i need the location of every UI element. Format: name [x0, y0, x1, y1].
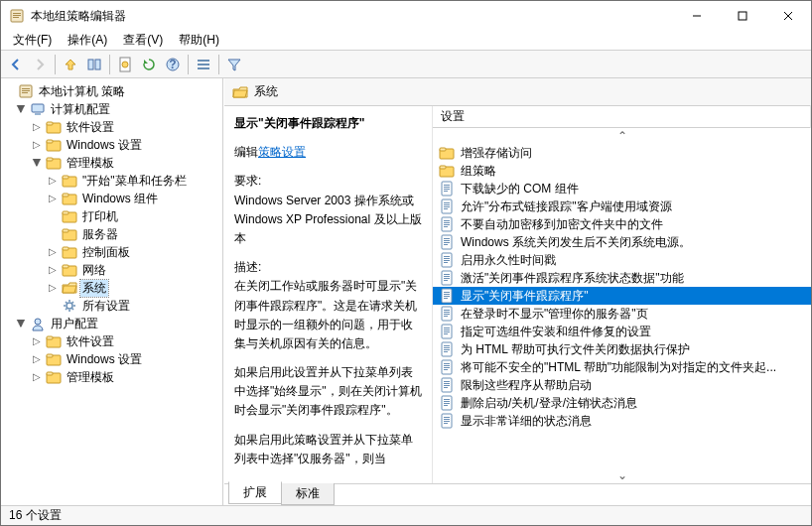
collapse-icon[interactable]: ⯆ [15, 319, 27, 329]
policy-icon [439, 216, 455, 232]
list-item-label: Windows 系统关闭发生后不关闭系统电源。 [461, 234, 691, 251]
list-item[interactable]: 启用永久性时间戳 [433, 251, 811, 269]
tree-c-admin-server[interactable]: 服务器 [3, 225, 220, 243]
collapse-icon[interactable]: ⯆ [15, 104, 27, 114]
column-settings[interactable]: 设置 [433, 105, 811, 128]
list-item[interactable]: 显示"关闭事件跟踪程序" [433, 287, 811, 305]
expand-icon[interactable]: ▷ [47, 176, 59, 186]
folder-icon [46, 119, 62, 135]
tree-c-admin-cp[interactable]: ▷控制面板 [3, 243, 220, 261]
maximize-button[interactable] [720, 1, 765, 31]
policy-icon [439, 341, 455, 357]
forward-button[interactable] [29, 54, 51, 75]
tree-c-admin-printer[interactable]: 打印机 [3, 207, 220, 225]
expand-icon[interactable]: ▷ [31, 122, 43, 132]
folder-icon [62, 226, 77, 242]
content-title: 系统 [254, 83, 278, 100]
tree-c-windows[interactable]: ▷Windows 设置 [3, 136, 220, 154]
tree-c-admin-network[interactable]: ▷网络 [3, 261, 220, 279]
properties-button[interactable] [114, 54, 136, 75]
scroll-up-icon[interactable]: ⌃ [433, 128, 811, 144]
tree-c-admin-all[interactable]: 所有设置 [3, 297, 220, 315]
tree-c-admin[interactable]: ⯆管理模板 [3, 154, 220, 172]
expand-icon[interactable]: ▷ [47, 247, 59, 257]
view-list-button[interactable] [193, 54, 214, 75]
tree-u-windows[interactable]: ▷Windows 设置 [3, 350, 220, 368]
settings-list-pane: 设置 ⌃ 增强存储访问组策略下载缺少的 COM 组件允许"分布式链接跟踪"客户端… [433, 106, 811, 483]
menubar: 文件(F) 操作(A) 查看(V) 帮助(H) [1, 31, 811, 51]
list-item[interactable]: 下载缺少的 COM 组件 [433, 180, 811, 197]
list-item[interactable]: 指定可选组件安装和组件修复的设置 [433, 323, 811, 340]
list-item[interactable]: 不要自动加密移到加密文件夹中的文件 [433, 215, 811, 233]
tree-c-admin-system[interactable]: ▷系统 [3, 279, 220, 297]
expand-icon[interactable]: ▷ [31, 336, 43, 346]
menu-view[interactable]: 查看(V) [115, 30, 171, 51]
policy-icon [439, 395, 455, 411]
menu-action[interactable]: 操作(A) [60, 30, 115, 51]
tree-c-admin-start[interactable]: ▷"开始"菜单和任务栏 [3, 172, 220, 190]
list-item[interactable]: 激活"关闭事件跟踪程序系统状态数据"功能 [433, 269, 811, 287]
menu-file[interactable]: 文件(F) [5, 30, 60, 51]
tree-c-admin-wincomp[interactable]: ▷Windows 组件 [3, 190, 220, 207]
policy-icon [439, 288, 455, 304]
tree-u-software[interactable]: ▷软件设置 [3, 332, 220, 350]
tab-standard[interactable]: 标准 [281, 483, 335, 505]
settings-list[interactable]: 增强存储访问组策略下载缺少的 COM 组件允许"分布式链接跟踪"客户端使用域资源… [433, 144, 811, 467]
list-item[interactable]: 显示非常详细的状态消息 [433, 412, 811, 430]
list-item[interactable]: 允许"分布式链接跟踪"客户端使用域资源 [433, 197, 811, 215]
up-button[interactable] [60, 54, 81, 75]
list-item[interactable]: 组策略 [433, 162, 811, 180]
edit-policy-link[interactable]: 策略设置 [258, 145, 306, 159]
tab-extended[interactable]: 扩展 [228, 481, 282, 504]
show-hide-tree-button[interactable] [83, 54, 105, 75]
list-item[interactable]: 增强存储访问 [433, 144, 811, 162]
expand-icon[interactable]: ▷ [47, 265, 59, 275]
menu-help[interactable]: 帮助(H) [171, 30, 227, 51]
list-item-label: 不要自动加密移到加密文件夹中的文件 [461, 216, 663, 233]
scroll-down-icon[interactable]: ⌄ [433, 467, 811, 483]
collapse-icon[interactable]: ⯆ [31, 158, 43, 168]
tree-user[interactable]: ⯆用户配置 [3, 315, 220, 332]
policy-icon [439, 198, 455, 214]
filter-button[interactable] [223, 54, 245, 75]
folder-icon [46, 351, 62, 367]
tree-u-admin[interactable]: ▷管理模板 [3, 368, 220, 386]
folder-icon [62, 244, 77, 260]
expand-icon[interactable]: ▷ [47, 283, 59, 293]
expand-icon[interactable]: ▷ [31, 372, 43, 382]
folder-icon [62, 173, 77, 189]
requirements-label: 要求: [234, 172, 422, 191]
tree-root[interactable]: 本地计算机 策略 [3, 82, 220, 100]
list-item[interactable]: 限制这些程序从帮助启动 [433, 376, 811, 394]
toolbar [1, 51, 811, 78]
minimize-button[interactable] [674, 1, 720, 31]
list-item-label: 指定可选组件安装和组件修复的设置 [461, 324, 651, 340]
close-button[interactable] [765, 1, 811, 31]
tree-c-software[interactable]: ▷软件设置 [3, 118, 220, 136]
tree-pane[interactable]: 本地计算机 策略 ⯆计算机配置 ▷软件设置 ▷Windows 设置 ⯆管理模板 … [1, 78, 223, 505]
list-item[interactable]: 为 HTML 帮助可执行文件关闭数据执行保护 [433, 340, 811, 358]
list-item[interactable]: Windows 系统关闭发生后不关闭系统电源。 [433, 233, 811, 251]
expand-icon[interactable]: ▷ [31, 354, 43, 364]
refresh-button[interactable] [138, 54, 160, 75]
policy-icon [439, 252, 455, 268]
back-button[interactable] [5, 54, 27, 75]
description-p3: 如果启用此策略设置并从下拉菜单列表中选择"仅服务器"，则当 [234, 431, 422, 468]
list-item[interactable]: 在登录时不显示"管理你的服务器"页 [433, 305, 811, 323]
list-item-label: 显示非常详细的状态消息 [461, 413, 592, 430]
folder-icon [46, 155, 62, 171]
titlebar: 本地组策略编辑器 [1, 1, 811, 31]
toolbar-sep [188, 55, 189, 74]
expand-icon[interactable]: ▷ [31, 140, 43, 150]
list-item[interactable]: 将可能不安全的"HTML 帮助"功能限制为对指定的文件夹起... [433, 358, 811, 376]
window: 本地组策略编辑器 文件(F) 操作(A) 查看(V) 帮助(H) 本地计算机 策… [0, 0, 812, 526]
folder-icon [439, 145, 455, 161]
expand-icon[interactable]: ▷ [47, 194, 59, 203]
list-item-label: 限制这些程序从帮助启动 [461, 377, 592, 394]
description-label: 描述: [234, 258, 422, 277]
list-item[interactable]: 删除启动/关机/登录/注销状态消息 [433, 394, 811, 412]
view-tabs: 扩展 标准 [224, 483, 811, 505]
tree-computer[interactable]: ⯆计算机配置 [3, 100, 220, 118]
help-button[interactable] [162, 54, 184, 75]
policy-icon [439, 234, 455, 250]
